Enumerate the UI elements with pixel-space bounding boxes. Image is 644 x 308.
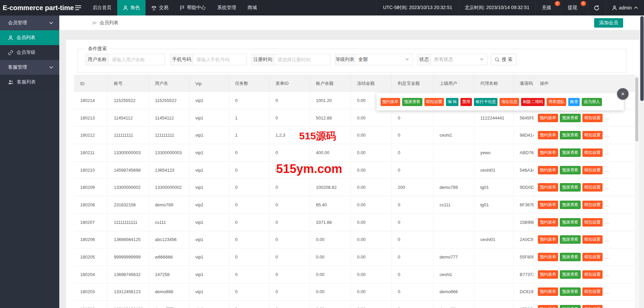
action-reserve-dispatch-button[interactable]: 预约派单 — [538, 201, 558, 209]
action-dispatch-view-button[interactable]: 预派查看 — [560, 131, 581, 139]
popup-refresh-qrcode-button[interactable]: 刷新二维码 — [521, 98, 545, 106]
search-button-label: 搜 索 — [502, 57, 513, 63]
sidebar-item-member-level[interactable]: 会员等级 — [0, 45, 59, 60]
cell-interest-amount: 0 — [392, 266, 433, 283]
action-hidden-deduct-button[interactable]: 暗扣设置 — [582, 114, 603, 122]
action-reserve-dispatch-button[interactable]: 预约派单 — [538, 114, 558, 122]
action-reserve-dispatch-button[interactable]: 预约派单 — [538, 166, 558, 174]
close-icon[interactable]: × — [617, 88, 629, 100]
cell-frozen-amount: 0.00 — [351, 109, 392, 127]
action-reserve-dispatch-button[interactable]: 预约派单 — [538, 183, 558, 192]
nav-roles[interactable]: 角色 — [117, 0, 146, 15]
table-row: 18020313312456123demo888vip1000.000.000d… — [74, 283, 635, 301]
more-actions-ellipsis[interactable]: ... — [605, 254, 609, 260]
more-actions-ellipsis[interactable]: ... — [605, 167, 609, 173]
popup-reserve-dispatch-button[interactable]: 预约派单 — [381, 98, 400, 106]
withdraw-menu[interactable]: 提现 0 — [561, 0, 587, 15]
action-dispatch-view-button[interactable]: 预派查看 — [560, 270, 581, 279]
cell-username: w666666 — [149, 248, 189, 266]
popup-dispatch-view-button[interactable]: 预派查看 — [402, 98, 422, 106]
column-header-vip: Vip — [189, 75, 229, 92]
phone-input[interactable] — [193, 54, 247, 65]
sidebar-group-customer-service[interactable]: 客服管理 — [0, 60, 59, 75]
action-dispatch-view-button[interactable]: 预派查看 — [560, 148, 581, 157]
action-hidden-deduct-button[interactable]: 暗扣设置 — [582, 235, 603, 244]
more-actions-ellipsis[interactable]: ... — [605, 133, 609, 138]
action-dispatch-view-button[interactable]: 预派查看 — [560, 114, 581, 122]
cell-id: 180209 — [74, 179, 108, 196]
action-hidden-deduct-button[interactable]: 暗扣设置 — [582, 131, 603, 139]
level-select[interactable]: 全部 — [355, 54, 413, 65]
action-dispatch-view-button[interactable]: 预派查看 — [560, 253, 581, 261]
action-dispatch-view-button[interactable]: 预派查看 — [560, 305, 581, 308]
more-actions-ellipsis[interactable]: ... — [605, 202, 609, 207]
nav-transactions[interactable]: 交易 — [146, 0, 174, 15]
nav-home[interactable]: 后台首页 — [87, 0, 117, 15]
table-scrollbar-thumb[interactable] — [635, 77, 638, 141]
sidebar-item-member-list[interactable]: 会员列表 — [0, 30, 59, 45]
nav-item-label: 角色 — [130, 5, 140, 11]
status-select[interactable]: 所有状态 — [431, 54, 487, 65]
regtime-input[interactable] — [274, 54, 330, 65]
popup-view-team-button[interactable]: 查看团队 — [547, 98, 566, 106]
action-hidden-deduct-button[interactable]: 暗扣设置 — [582, 270, 603, 279]
popup-set-fake-button[interactable]: 设为假人 — [582, 98, 602, 106]
nav-mall[interactable]: 商城 — [242, 0, 263, 15]
cell-account: 11111111111 — [108, 214, 149, 231]
action-dispatch-view-button[interactable]: 预派查看 — [560, 218, 581, 227]
action-dispatch-view-button[interactable]: 预派查看 — [560, 183, 581, 192]
action-reserve-dispatch-button[interactable]: 预约派单 — [538, 253, 558, 261]
recharge-menu[interactable]: 充值 0 — [536, 0, 561, 15]
action-dispatch-view-button[interactable]: 预派查看 — [560, 166, 581, 174]
cell-invite-code: DC6194 — [514, 283, 534, 301]
action-hidden-deduct-button[interactable]: 暗扣设置 — [582, 183, 603, 192]
action-hidden-deduct-button[interactable]: 暗扣设置 — [582, 305, 603, 308]
status-search-group: 状态 所有状态 — [417, 54, 487, 65]
action-hidden-deduct-button[interactable]: 暗扣设置 — [582, 166, 603, 174]
more-actions-ellipsis[interactable]: ... — [605, 185, 609, 190]
sidebar-item-service-list[interactable]: 客服列表 — [0, 75, 59, 90]
more-actions-ellipsis[interactable]: ... — [605, 307, 609, 308]
action-reserve-dispatch-button[interactable]: 预约派单 — [538, 148, 558, 157]
action-dispatch-view-button[interactable]: 预派查看 — [560, 235, 581, 244]
action-reserve-dispatch-button[interactable]: 预约派单 — [538, 235, 558, 244]
cell-dispatch-id: 0 — [269, 266, 310, 283]
action-hidden-deduct-button[interactable]: 暗扣设置 — [582, 253, 603, 261]
more-actions-ellipsis[interactable]: ... — [605, 272, 609, 277]
action-reserve-dispatch-button[interactable]: 预约派单 — [538, 287, 558, 296]
nav-system-management[interactable]: 系统管理 — [212, 0, 242, 15]
window-scrollbar-thumb[interactable] — [640, 16, 644, 101]
popup-edit-button[interactable]: 编 辑 — [446, 98, 458, 106]
action-hidden-deduct-button[interactable]: 暗扣设置 — [582, 201, 603, 209]
action-reserve-dispatch-button[interactable]: 预约派单 — [538, 270, 558, 279]
more-actions-ellipsis[interactable]: ... — [605, 219, 609, 225]
more-actions-ellipsis[interactable]: ... — [605, 237, 609, 242]
more-actions-ellipsis[interactable]: ... — [605, 150, 609, 155]
cell-actions: 预约派单预派查看暗扣设置... — [534, 127, 635, 144]
action-dispatch-view-button[interactable]: 预派查看 — [560, 287, 581, 296]
popup-hidden-deduct-button[interactable]: 暗扣设置 — [424, 98, 444, 106]
action-hidden-deduct-button[interactable]: 暗扣设置 — [582, 218, 603, 227]
username-input[interactable] — [108, 54, 165, 65]
action-hidden-deduct-button[interactable]: 暗扣设置 — [582, 287, 603, 296]
nav-help-center[interactable]: 帮助中心 — [174, 0, 212, 15]
sidebar-group-member-management[interactable]: 会员管理 — [0, 15, 59, 30]
search-button[interactable]: 搜 索 — [491, 54, 516, 65]
refresh-button[interactable] — [587, 0, 606, 15]
cell-interest-amount: 0 — [392, 301, 433, 308]
sidebar-toggle-button[interactable] — [69, 0, 87, 15]
cell-id: 180203 — [74, 283, 108, 301]
action-reserve-dispatch-button[interactable]: 预约派单 — [538, 305, 558, 308]
action-reserve-dispatch-button[interactable]: 预约派单 — [538, 131, 558, 139]
action-dispatch-view-button[interactable]: 预派查看 — [560, 201, 581, 209]
popup-disable-button[interactable]: 禁用 — [460, 98, 472, 106]
admin-user-menu[interactable]: admin — [606, 0, 644, 15]
action-hidden-deduct-button[interactable]: 暗扣设置 — [582, 148, 603, 157]
more-actions-ellipsis[interactable]: ... — [605, 289, 609, 295]
popup-address-button[interactable]: 地址信息 — [500, 98, 519, 106]
more-actions-ellipsis[interactable]: ... — [605, 115, 609, 121]
popup-bank-card-button[interactable]: 银行卡信息 — [474, 98, 497, 106]
action-reserve-dispatch-button[interactable]: 预约派单 — [538, 218, 558, 227]
add-member-button[interactable]: 添加会员 — [594, 18, 623, 28]
popup-account-change-button[interactable]: 账变 — [568, 98, 580, 106]
